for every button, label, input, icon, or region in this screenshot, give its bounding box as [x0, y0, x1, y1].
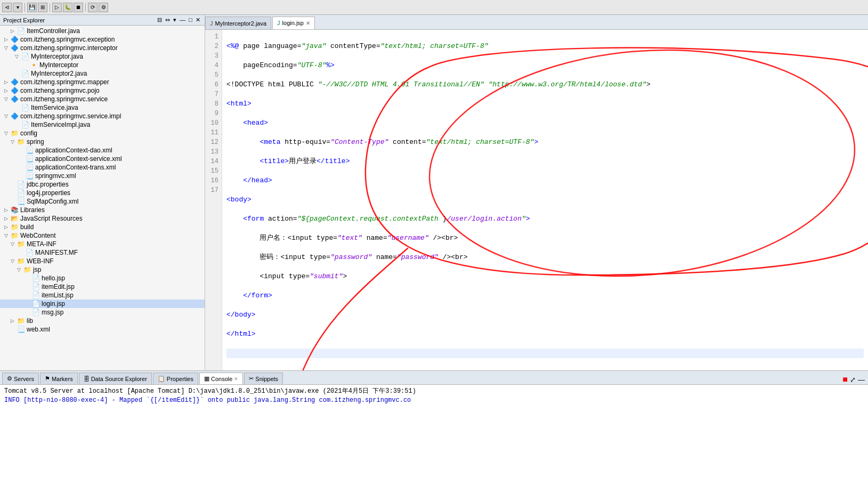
- toolbar-btn-1[interactable]: ⊲: [2, 3, 12, 12]
- code-editor[interactable]: 1 2 3 4 5 6 7 8 9 10 11 12 13 14 15 16 1: [205, 30, 868, 370]
- tree-item-manifest[interactable]: 📄 MANIFEST.MF: [0, 248, 205, 257]
- toolbar-btn-2[interactable]: ▾: [13, 3, 22, 12]
- tree-item-lib[interactable]: ▷ 📁 lib: [0, 317, 205, 325]
- tree-item-item-edit[interactable]: 📄 itemEdit.jsp: [0, 282, 205, 291]
- tab-markers[interactable]: ⚑ Markers: [40, 373, 78, 384]
- tree-item-interceptor[interactable]: ▽ 🔷 com.itzheng.springmvc.interceptor: [0, 44, 205, 52]
- code-line-16: </html>: [226, 329, 864, 339]
- tab-snippets[interactable]: ✂ Snippets: [244, 373, 283, 384]
- toolbar-settings[interactable]: ⚙: [99, 3, 108, 12]
- collapse-all-icon[interactable]: ⊟: [156, 17, 163, 23]
- tree-item-hello-jsp[interactable]: 📄 hello.jsp: [0, 274, 205, 282]
- tree-item-my-interceptor-java[interactable]: ▽ 📄 MyInterceptor.java: [0, 52, 205, 61]
- tree-item-exception[interactable]: ▷ 🔷 com.itzheng.springmvc.exception: [0, 35, 205, 44]
- tree-item-libraries[interactable]: ▷ 📚 Libraries: [0, 206, 205, 214]
- stop-console-btn[interactable]: ■: [842, 375, 848, 384]
- tree-item-config[interactable]: ▽ 📁 config: [0, 129, 205, 138]
- jsp-folder-label: jsp: [33, 266, 41, 273]
- tab-close-icon[interactable]: ✕: [306, 20, 310, 26]
- tree-item-meta-inf[interactable]: ▽ 📁 META-INF: [0, 240, 205, 248]
- tab-servers[interactable]: ⚙ Servers: [2, 373, 39, 384]
- tree-item-app-ctx-service[interactable]: 📃 applicationContext-service.xml: [0, 155, 205, 163]
- lib-label: lib: [27, 317, 33, 325]
- my-interceptor-java-label: MyInterceptor.java: [31, 53, 83, 60]
- link-editor-icon[interactable]: ⇔: [164, 17, 171, 23]
- maximize-console-btn[interactable]: ⤢: [850, 376, 856, 384]
- tree-item-build[interactable]: ▷ 📁 build: [0, 223, 205, 231]
- tree-item-my-interceptor-class[interactable]: 🔸 MyInterceptor: [0, 61, 205, 69]
- tree-item-item-controller[interactable]: ▷ 📄 ItemController.java: [0, 27, 205, 35]
- console-content: Tomcat v8.5 Server at localhost [Apache …: [0, 385, 868, 477]
- expand-config: ▽: [4, 131, 11, 136]
- toolbar-run[interactable]: ▷: [52, 3, 62, 12]
- tree-item-item-service[interactable]: 📄 ItemService.java: [0, 103, 205, 112]
- code-line-7: <title>用户登录</title>: [226, 157, 864, 166]
- tree-item-service-impl[interactable]: ▽ 🔷 com.itzheng.springmvc.service.impl: [0, 112, 205, 120]
- expand-js: ▷: [4, 216, 11, 221]
- project-explorer-header: Project Explorer ⊟ ⇔ ▾ — □ ✕: [0, 15, 205, 26]
- tree-item-web-inf[interactable]: ▽ 📁 WEB-INF: [0, 257, 205, 265]
- tree-item-jsp-folder[interactable]: ▽ 📁 jsp: [0, 265, 205, 274]
- code-line-12: 密码：<input type="password" name="password…: [226, 253, 864, 262]
- line-numbers: 1 2 3 4 5 6 7 8 9 10 11 12 13 14 15 16 1: [205, 30, 222, 370]
- tab-myinterceptor2[interactable]: J MyInterceptor2.java: [205, 17, 271, 29]
- tree-item-msg-jsp[interactable]: 📄 msg.jsp: [0, 308, 205, 317]
- expand-pojo: ▷: [4, 88, 11, 93]
- editor-area: J MyInterceptor2.java J login.jsp ✕ 1 2 …: [205, 15, 868, 370]
- ln-16: 16: [207, 176, 218, 185]
- tree-item-sqlmap[interactable]: 📃 SqlMapConfig.xml: [0, 197, 205, 206]
- tree-item-pojo[interactable]: ▷ 🔷 com.itzheng.springmvc.pojo: [0, 86, 205, 95]
- minimize-console-btn[interactable]: —: [858, 376, 865, 384]
- tree-item-jdbc[interactable]: 📄 jdbc.properties: [0, 180, 205, 189]
- libraries-label: Libraries: [20, 206, 45, 214]
- tab-console[interactable]: ▦ Console ✕: [199, 373, 243, 384]
- bottom-area: ⚙ Servers ⚑ Markers 🗄 Data Source Explor…: [0, 370, 868, 477]
- tree-item-service[interactable]: ▽ 🔷 com.itzheng.springmvc.service: [0, 95, 205, 103]
- tree-item-js-resources[interactable]: ▷ 📂 JavaScript Resources: [0, 214, 205, 223]
- tree-item-app-ctx-dao[interactable]: 📃 applicationContext-dao.xml: [0, 146, 205, 155]
- item-edit-label: itemEdit.jsp: [42, 283, 75, 290]
- xml-icon-3: 📃: [26, 164, 34, 171]
- explorer-tree[interactable]: ▷ 📄 ItemController.java ▷ 🔷 com.itzheng.…: [0, 26, 205, 370]
- java-tab-icon: J: [210, 20, 213, 27]
- tree-item-app-ctx-trans[interactable]: 📃 applicationContext-trans.xml: [0, 163, 205, 172]
- tab-properties[interactable]: 📋 Properties: [153, 373, 198, 384]
- tree-item-mapper[interactable]: ▷ 🔷 com.itzheng.springmvc.mapper: [0, 78, 205, 86]
- expand-libraries: ▷: [4, 207, 11, 213]
- tree-item-web-xml[interactable]: 📃 web.xml: [0, 325, 205, 334]
- tree-item-springmvc[interactable]: 📃 springmvc.xml: [0, 172, 205, 180]
- markers-label: Markers: [52, 376, 73, 382]
- tree-item-log4j[interactable]: 📄 log4j.properties: [0, 189, 205, 197]
- toolbar-save[interactable]: 💾: [27, 3, 37, 12]
- ln-13: 13: [207, 147, 218, 157]
- menu-icon[interactable]: ▾: [172, 17, 177, 23]
- meta-inf-folder-icon: 📁: [17, 240, 25, 248]
- expand-build: ▷: [4, 224, 11, 230]
- tree-item-spring[interactable]: ▽ 📁 spring: [0, 138, 205, 146]
- tree-item-login-jsp[interactable]: 📄 login.jsp: [0, 300, 205, 308]
- manifest-label: MANIFEST.MF: [35, 249, 78, 256]
- tree-item-webcontent[interactable]: ▽ 📁 WebContent: [0, 231, 205, 240]
- java-file-icon-3: 📄: [21, 70, 29, 77]
- close-view-icon[interactable]: ✕: [194, 17, 201, 23]
- toolbar-debug[interactable]: 🐛: [63, 3, 72, 12]
- tab-datasource[interactable]: 🗄 Data Source Explorer: [79, 373, 152, 384]
- toolbar-refresh[interactable]: ⟳: [88, 3, 98, 12]
- minimize-icon[interactable]: —: [179, 17, 186, 23]
- snippets-label: Snippets: [255, 376, 278, 382]
- tree-item-item-list[interactable]: 📄 itemList.jsp: [0, 291, 205, 300]
- tab-login-jsp[interactable]: J login.jsp ✕: [272, 17, 315, 29]
- maximize-icon[interactable]: □: [188, 17, 193, 23]
- msg-jsp-label: msg.jsp: [42, 309, 63, 316]
- toolbar-stop[interactable]: ⏹: [74, 3, 83, 12]
- tree-item-my-interceptor2[interactable]: 📄 MyInterceptor2.java: [0, 69, 205, 78]
- pojo-label: com.itzheng.springmvc.pojo: [20, 87, 100, 94]
- toolbar-save-all[interactable]: ⊞: [38, 3, 47, 12]
- ln-14: 14: [207, 157, 218, 166]
- code-text[interactable]: <%@ page language="java" contentType="te…: [222, 30, 868, 370]
- code-line-8: </head>: [226, 176, 864, 185]
- tree-item-item-service-impl[interactable]: 📄 ItemServiceImpl.java: [0, 120, 205, 129]
- servers-label: Servers: [14, 376, 34, 382]
- code-line-17: [226, 349, 864, 358]
- build-folder-icon: 📁: [11, 223, 19, 231]
